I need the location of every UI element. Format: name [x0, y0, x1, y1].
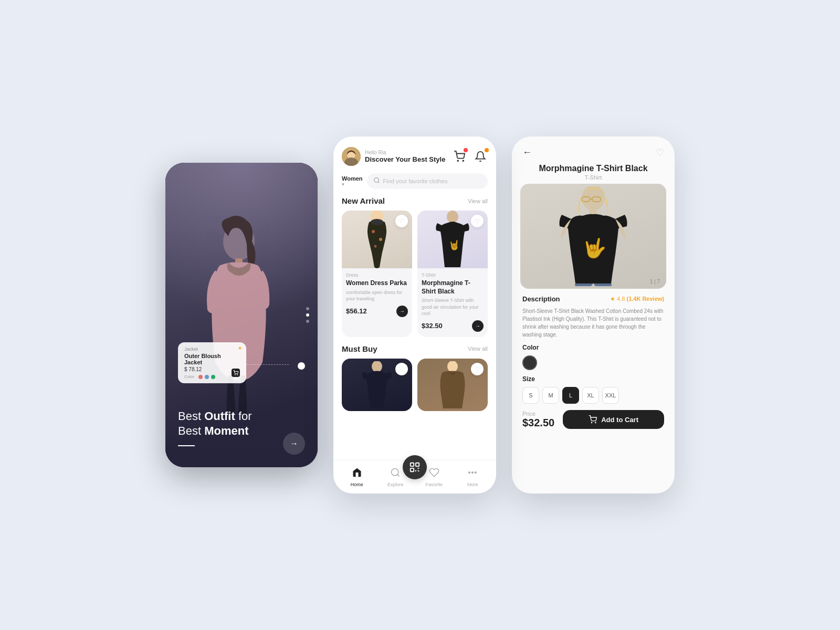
- product-title: Morphmagine T-Shirt Black: [520, 164, 666, 173]
- explore-icon: [390, 467, 401, 480]
- size-options: S M L XL XXL: [522, 387, 664, 404]
- wishlist-heart-btn[interactable]: ♡: [656, 147, 664, 159]
- wishlist-btn-must2[interactable]: ♡: [471, 363, 484, 375]
- svg-point-30: [472, 471, 474, 473]
- back-button[interactable]: ←: [522, 147, 532, 159]
- product-image: 🤟: [520, 184, 666, 289]
- svg-point-20: [392, 468, 398, 475]
- svg-point-12: [371, 219, 383, 225]
- size-section-label: Size: [522, 375, 664, 383]
- star-icon: ★: [610, 296, 615, 302]
- color-section-label: Color: [522, 344, 664, 351]
- svg-text:🤘: 🤘: [448, 239, 460, 251]
- rating: ★ 4.8 (1.4K Review): [610, 296, 664, 302]
- must-buy-header: Must Buy View all: [342, 344, 488, 353]
- svg-point-16: [447, 211, 458, 223]
- rating-count[interactable]: (1.4K Review): [626, 296, 664, 302]
- size-l[interactable]: L: [562, 387, 579, 404]
- svg-point-38: [592, 422, 592, 423]
- product-image-container: 🤟 1 | 7: [520, 184, 666, 289]
- new-arrival-grid: ♡ Dress Women Dress Parka comfortable op…: [342, 211, 488, 337]
- must-buy-view-all[interactable]: View all: [468, 345, 488, 352]
- new-arrival-title: New Arrival: [342, 196, 385, 205]
- svg-line-10: [378, 182, 379, 183]
- svg-rect-24: [411, 468, 414, 471]
- product-card-tshirt[interactable]: ♡ 🤘 T-Shirt Morphmagine T-Shirt Black Sh…: [417, 211, 488, 337]
- tshirt-info: T-Shirt Morphmagine T-Shirt Black Short-…: [417, 268, 488, 337]
- must-card-1[interactable]: ♡: [342, 359, 412, 411]
- header-icons: [452, 149, 488, 164]
- user-info: Hello Ria Discover Your Best Style: [342, 147, 445, 166]
- shop-header: Hello Ria Discover Your Best Style: [342, 147, 488, 166]
- description-label: Description: [522, 295, 560, 303]
- wishlist-btn-tshirt[interactable]: ♡: [471, 215, 484, 227]
- color-options: [522, 355, 664, 370]
- user-text: Hello Ria Discover Your Best Style: [365, 150, 445, 163]
- size-m[interactable]: M: [542, 387, 559, 404]
- image-counter: 1 | 7: [650, 279, 660, 285]
- price-cart-row: Price $32.50 Add to Cart: [522, 410, 664, 429]
- svg-rect-23: [416, 463, 419, 466]
- nav-home[interactable]: Home: [338, 467, 376, 487]
- nav-more[interactable]: More: [454, 467, 492, 487]
- tshirt-arrow-btn[interactable]: →: [472, 320, 484, 332]
- rating-score: 4.8: [617, 296, 625, 302]
- dress-price-row: $56.12 →: [346, 306, 408, 317]
- detail-body: Description ★ 4.8 (1.4K Review) Short-Sl…: [512, 289, 675, 494]
- search-row: Women ▾ Find your favorite clothes: [342, 173, 488, 189]
- greeting-text: Hello Ria: [365, 150, 445, 155]
- shop-title: Discover Your Best Style: [365, 155, 445, 163]
- must-card-2[interactable]: ♡: [417, 359, 488, 411]
- product-header: Morphmagine T-Shirt Black T-Shirt: [512, 164, 675, 184]
- cart-button[interactable]: [452, 149, 467, 164]
- svg-point-29: [469, 471, 470, 473]
- svg-point-8: [463, 160, 464, 161]
- more-icon: [467, 467, 478, 480]
- svg-point-19: [447, 361, 458, 372]
- svg-point-39: [595, 422, 596, 423]
- svg-line-28: [418, 470, 419, 472]
- dress-price: $56.12: [346, 307, 367, 315]
- price-value: $32.50: [522, 417, 554, 429]
- size-xxl[interactable]: XXL: [602, 387, 619, 404]
- color-option-black[interactable]: [522, 355, 537, 370]
- hero-content: Best Outfit forBest Moment →: [165, 163, 318, 467]
- cart-badge: [464, 148, 468, 152]
- hero-headline: Best Outfit forBest Moment: [178, 409, 305, 439]
- nav-explore-label: Explore: [387, 482, 404, 487]
- avatar: [342, 147, 361, 166]
- new-arrival-view-all[interactable]: View all: [468, 198, 488, 204]
- wishlist-btn-dress[interactable]: ♡: [395, 215, 408, 227]
- size-s[interactable]: S: [522, 387, 539, 404]
- screen-shop: Hello Ria Discover Your Best Style: [333, 136, 496, 494]
- filter-label: Women: [342, 175, 363, 182]
- svg-point-15: [374, 245, 377, 248]
- dress-arrow-btn[interactable]: →: [396, 306, 408, 317]
- tshirt-price: $32.50: [422, 322, 443, 330]
- dress-name: Women Dress Parka: [346, 279, 408, 288]
- scan-button[interactable]: [403, 455, 427, 479]
- svg-point-31: [475, 471, 477, 473]
- size-xl[interactable]: XL: [582, 387, 599, 404]
- next-button[interactable]: →: [283, 433, 305, 455]
- category-filter[interactable]: Women ▾: [342, 175, 363, 187]
- svg-text:🤟: 🤟: [583, 237, 606, 259]
- add-to-cart-button[interactable]: Add to Cart: [563, 410, 664, 429]
- favorite-icon: [429, 467, 439, 480]
- dress-info: Dress Women Dress Parka comfortable open…: [342, 268, 412, 322]
- notification-button[interactable]: [473, 149, 488, 164]
- screen-hero: Jacket ★ Outer Bloush Jacket $ 78.12 Col…: [165, 163, 318, 467]
- tshirt-price-row: $32.50 →: [422, 320, 484, 332]
- svg-point-18: [372, 361, 382, 372]
- wishlist-btn-must1[interactable]: ♡: [395, 363, 408, 375]
- hero-underline: [178, 445, 195, 446]
- bottom-nav: Home Explore: [333, 460, 496, 494]
- svg-point-13: [372, 230, 375, 233]
- product-card-dress[interactable]: ♡ Dress Women Dress Parka comfortable op…: [342, 211, 412, 337]
- tshirt-name: Morphmagine T-Shirt Black: [422, 279, 484, 296]
- dress-desc: comfortable open dress for your travelin…: [346, 289, 408, 302]
- svg-line-21: [397, 474, 400, 476]
- search-placeholder: Find your favorite clothes: [383, 178, 448, 184]
- price-section: Price $32.50: [522, 411, 554, 429]
- search-box[interactable]: Find your favorite clothes: [367, 173, 488, 189]
